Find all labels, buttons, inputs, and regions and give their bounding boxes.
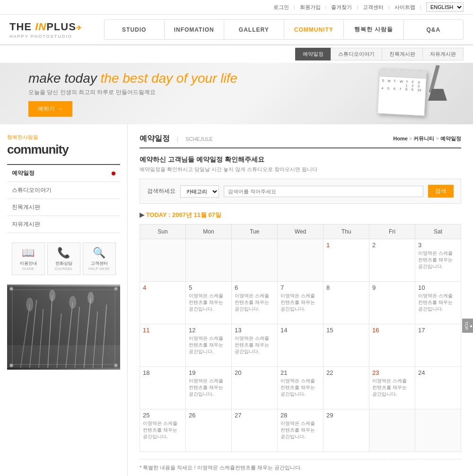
cell-content: 이영역은 스케쥴 컨텐츠를 채우는 공간입니다.: [143, 421, 177, 439]
date-number: 18: [143, 369, 183, 376]
cell-content: 이영역은 스케쥴 컨텐츠를 채우는 공간입니다.: [418, 293, 453, 312]
banner-button[interactable]: 예하기 →: [28, 101, 72, 117]
date-number: 23: [372, 369, 412, 376]
support-link[interactable]: 고객센터: [363, 4, 384, 11]
counsel-icon-box[interactable]: 📞 전화상담 COUNSEL: [47, 242, 80, 275]
date-number: 9: [372, 284, 412, 291]
calendar-cell-17[interactable]: 17: [415, 324, 461, 367]
desc-sub: 예약일정을 확인하시고 당일날 시간 놓지 않게 스튜디오로 찾아오시면 됩니다: [140, 166, 461, 173]
search-label: 검색하세요: [147, 187, 175, 195]
helpdesk-icon-box[interactable]: 🔍 고객센터 HELP DESK: [83, 242, 116, 275]
calendar-cell-16[interactable]: 16: [369, 324, 415, 367]
search-input[interactable]: [224, 186, 423, 197]
top-button[interactable]: ▲ TOP: [462, 319, 473, 333]
calendar-cell-5[interactable]: 5 이영역은 스케쥴 컨텐츠를 채우는 공간입니다.: [186, 282, 232, 324]
sidebar-link-free[interactable]: 자유게시판: [7, 216, 120, 233]
sidebar-photo: [7, 285, 120, 370]
table-row: 25 이영역은 스케쥴 컨텐츠를 채우는 공간입니다. 26 27 28 이영역…: [140, 409, 461, 452]
calendar-cell-18[interactable]: 18: [140, 367, 186, 409]
nav-studio[interactable]: STUDIO: [105, 21, 165, 39]
date-number: 13: [235, 327, 274, 334]
calendar-cell-4[interactable]: 4: [140, 282, 186, 324]
cell-content: 이영역은 스케쥴 컨텐츠를 채우는 공간입니다.: [280, 421, 315, 439]
calendar-cell-2[interactable]: 2: [369, 239, 415, 282]
calendar-cell-26[interactable]: 26: [186, 409, 232, 452]
date-number: 10: [418, 284, 458, 291]
main-nav: STUDIO INFOMATION GALLERY COMMUNITY 행복한 …: [104, 19, 464, 40]
page-description: 예약하신 고객님들 예약일정 확인해주세요 예약일정을 확인하시고 당일날 시간…: [140, 156, 461, 173]
language-select[interactable]: ENGLISH 한국어: [426, 2, 464, 12]
date-number: 14: [280, 327, 320, 334]
logo-subtitle: HAPPY PHOTOSTUDIO: [9, 34, 104, 39]
calendar-cell: [369, 409, 415, 452]
table-row: 1 2 3 이영역은 스케쥴 컨텐츠를 채우는 공간입니다.: [140, 239, 461, 282]
date-number: 5: [189, 284, 228, 291]
page-title: 예약일정: [140, 134, 170, 144]
nav-happy[interactable]: 행복한 사람들: [344, 20, 404, 39]
search-button[interactable]: 검색: [428, 185, 454, 198]
calendar-cell-15[interactable]: 15: [324, 324, 369, 367]
today-indicator: ▶ TODAY : 2007년 11월 07일: [140, 211, 461, 219]
svg-point-14: [88, 292, 94, 303]
calendar-cell-20[interactable]: 20: [232, 367, 278, 409]
calendar-cell-24[interactable]: 24: [415, 367, 461, 409]
guide-icon-box[interactable]: 📖 이용안내 GUIDE: [12, 242, 45, 275]
subnav-schedule[interactable]: 예약일정: [295, 48, 331, 61]
calendar-table: Sun Mon Tue Wed Thu Fri Sat: [140, 224, 461, 452]
calendar-cell-28[interactable]: 28 이영역은 스케쥴 컨텐츠를 채우는 공간입니다.: [278, 409, 324, 452]
join-link[interactable]: 회원가입: [300, 4, 321, 11]
sidebar-item-free[interactable]: 자유게시판: [7, 216, 120, 233]
calendar-cell-12[interactable]: 12 이영역은 스케쥴 컨텐츠를 채우는 공간입니다.: [186, 324, 232, 367]
desc-title: 예약하신 고객님들 예약일정 확인해주세요: [140, 156, 461, 164]
calendar-cell-19[interactable]: 19 이영역은 스케쥴 컨텐츠를 채우는 공간입니다.: [186, 367, 232, 409]
nav-gallery[interactable]: GALLERY: [224, 21, 284, 39]
sidebar-item-studio[interactable]: 스튜디오이야기: [7, 182, 120, 199]
date-number: 1: [326, 242, 366, 249]
svg-rect-15: [7, 345, 120, 368]
date-number: 12: [189, 327, 228, 334]
svg-point-13: [69, 296, 76, 309]
calendar-cell-6[interactable]: 6 이영역은 스케쥴 컨텐츠를 채우는 공간입니다.: [232, 282, 278, 324]
calendar-cell-1[interactable]: 1: [324, 239, 369, 282]
calendar-cell-7[interactable]: 7 이영역은 스케쥴 컨텐츠를 채우는 공간입니다.: [278, 282, 324, 324]
logo: THE INPLUS✈: [9, 21, 104, 33]
calendar-cell-13[interactable]: 13 이영역은 스케쥴 컨텐츠를 채우는 공간입니다.: [232, 324, 278, 367]
cell-content: 이영역은 스케쥴 컨텐츠를 채우는 공간입니다.: [189, 336, 223, 354]
calendar-cell-11[interactable]: 11: [140, 324, 186, 367]
nav-infomation[interactable]: INFOMATION: [165, 21, 225, 39]
subnav-free[interactable]: 자유게시판: [422, 48, 464, 61]
calendar-cell-10[interactable]: 10 이영역은 스케쥴 컨텐츠를 채우는 공간입니다.: [415, 282, 461, 324]
calendar-cell-25[interactable]: 25 이영역은 스케쥴 컨텐츠를 채우는 공간입니다.: [140, 409, 186, 452]
subnav-board[interactable]: 친목게시판: [382, 48, 423, 61]
login-link[interactable]: 로그인: [273, 4, 289, 11]
date-number: 27: [235, 412, 274, 419]
sidebar-link-studio[interactable]: 스튜디오이야기: [7, 182, 120, 199]
category-select[interactable]: 카테고리: [180, 185, 219, 198]
calendar-cell-22[interactable]: 22: [324, 367, 369, 409]
subnav-studio[interactable]: 스튜디오이야기: [331, 48, 382, 61]
sidebar-item-friends[interactable]: 친목게시판: [7, 199, 120, 216]
guide-label: 이용안내: [20, 260, 37, 267]
sidebar-link-schedule[interactable]: 예약일정: [7, 165, 120, 182]
calendar-cell-27[interactable]: 27: [232, 409, 278, 452]
nav-community[interactable]: COMMUNITY: [284, 21, 344, 39]
calendar-cell-3[interactable]: 3 이영역은 스케쥴 컨텐츠를 채우는 공간입니다.: [415, 239, 461, 282]
cell-content: 이영역은 스케쥴 컨텐츠를 채우는 공간입니다.: [189, 293, 223, 312]
sidebar-item-schedule[interactable]: 예약일정: [7, 165, 120, 182]
counsel-label-en: COUNSEL: [54, 267, 73, 271]
calendar-cell-29[interactable]: 29: [324, 409, 369, 452]
calendar-cell-23[interactable]: 23 이영역은 스케쥴 컨텐츠를 채우는 공간입니다.: [369, 367, 415, 409]
nav-qa[interactable]: Q&A: [404, 21, 464, 39]
screw-tr: [114, 287, 118, 291]
calendar-cell-8[interactable]: 8: [324, 282, 369, 324]
sidebar-menu: 예약일정 스튜디오이야기 친목게시판 자유게시판: [7, 164, 120, 233]
calendar-cell-9[interactable]: 9: [369, 282, 415, 324]
calendar-cell-21[interactable]: 21 이영역은 스케쥴 컨텐츠를 채우는 공간입니다.: [278, 367, 324, 409]
bookmark-link[interactable]: 즐겨찾기: [331, 4, 352, 11]
sidebar-link-friends[interactable]: 친목게시판: [7, 199, 120, 216]
photo-artwork: [7, 285, 120, 370]
calendar-cell-14[interactable]: 14: [278, 324, 324, 367]
sitemap-link[interactable]: 사이트맵: [394, 4, 415, 11]
header-wed: Wed: [278, 225, 324, 239]
calendar-cell: [415, 409, 461, 452]
